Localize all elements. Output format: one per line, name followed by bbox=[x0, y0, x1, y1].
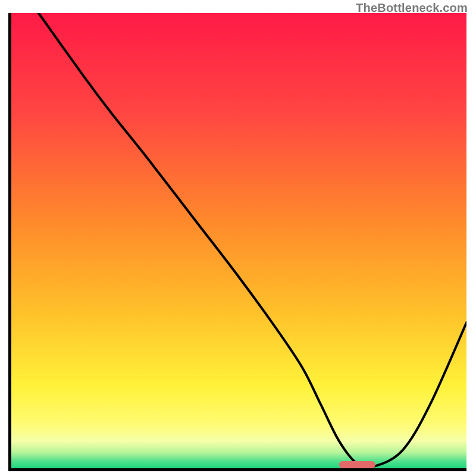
chart-frame bbox=[8, 13, 466, 471]
plot-area bbox=[11, 13, 466, 468]
optimum-marker bbox=[11, 13, 466, 468]
svg-rect-1 bbox=[339, 461, 375, 468]
